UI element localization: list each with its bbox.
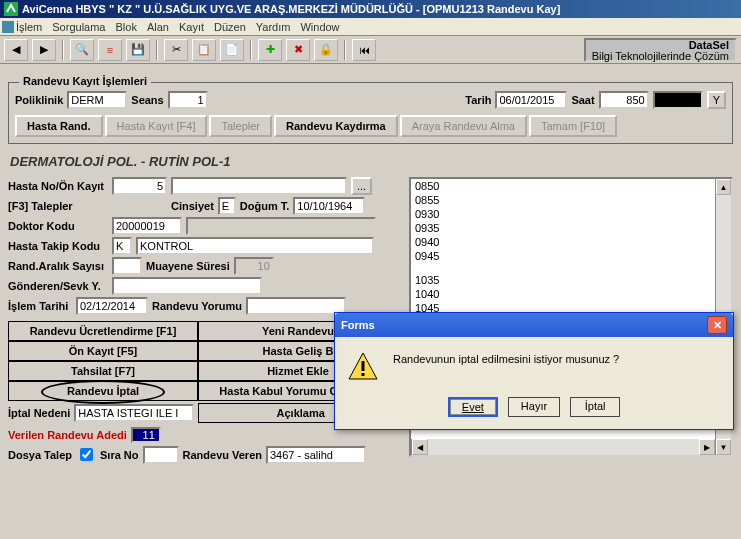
scroll-up-icon[interactable]: ▲ (716, 179, 731, 195)
sevk-label: Gönderen/Sevk Y. (8, 280, 108, 292)
dialog-title: Forms (341, 319, 375, 331)
dogum-input[interactable] (293, 197, 365, 215)
tb-save[interactable]: 💾 (126, 39, 150, 61)
close-icon[interactable]: ✕ (707, 316, 727, 334)
tb-copy[interactable]: 📋 (192, 39, 216, 61)
ryorum-input[interactable] (246, 297, 346, 315)
menu-kayit[interactable]: Kayıt (179, 21, 204, 33)
saat-label: Saat (571, 94, 594, 106)
menu-sorgulama[interactable]: Sorgulama (52, 21, 105, 33)
menu-duzen[interactable]: Düzen (214, 21, 246, 33)
btn-on-kayit[interactable]: Ön Kayıt [F5] (8, 341, 198, 361)
dialog-cancel-button[interactable]: İptal (570, 397, 620, 417)
tarih-label: Tarih (465, 94, 491, 106)
rveren-input[interactable] (266, 446, 366, 464)
poliklinik-input[interactable] (67, 91, 127, 109)
tab-tamam[interactable]: Tamam [F10] (529, 115, 617, 137)
takip-input1[interactable] (112, 237, 132, 255)
tb-cut[interactable]: ✂ (164, 39, 188, 61)
tb-back[interactable]: ◀ (4, 39, 28, 61)
iptal-nedeni-label: İptal Nedeni (8, 407, 70, 419)
tab-araya-randevu[interactable]: Araya Randevu Alma (400, 115, 527, 137)
dosya-talep-checkbox[interactable] (80, 448, 93, 461)
time-item[interactable]: 0935 (411, 221, 731, 235)
scroll-down-icon[interactable]: ▼ (716, 439, 731, 455)
saat-input[interactable] (599, 91, 649, 109)
tab-randevu-kaydirma[interactable]: Randevu Kaydırma (274, 115, 398, 137)
window-titlebar: AviCenna HBYS " KZ " U.Ü.SAĞLIK UYG.VE A… (0, 0, 741, 18)
tb-list[interactable]: ≡ (98, 39, 122, 61)
time-item[interactable]: 1035 (411, 273, 731, 287)
btn-randevu-iptal[interactable]: Randevu İptal (8, 381, 198, 401)
seans-input[interactable] (168, 91, 208, 109)
time-item[interactable]: 0850 (411, 179, 731, 193)
tb-new[interactable]: ✚ (258, 39, 282, 61)
hastano-input1[interactable] (112, 177, 167, 195)
menu-window[interactable]: Window (300, 21, 339, 33)
takip-input2[interactable] (136, 237, 374, 255)
poliklinik-title: DERMATOLOJİ POL. - RUTİN POL-1 (10, 154, 733, 169)
btn-ucretlendirme[interactable]: Randevu Ücretlendirme [F1] (8, 321, 198, 341)
scroll-left-icon[interactable]: ◀ (412, 439, 428, 455)
tb-paste[interactable]: 📄 (220, 39, 244, 61)
islem-label: İşlem Tarihi (8, 300, 72, 312)
time-item[interactable]: 0930 (411, 207, 731, 221)
cinsiyet-input[interactable] (218, 197, 236, 215)
menubar: İşlem Sorgulama Blok Alan Kayıt Düzen Ya… (0, 18, 741, 36)
warning-icon (347, 351, 379, 383)
dosya-talep-label: Dosya Talep (8, 449, 72, 461)
doktor-label: Doktor Kodu (8, 220, 108, 232)
doktor-input[interactable] (112, 217, 182, 235)
muayene-label: Muayene Süresi (146, 260, 230, 272)
btn-tahsilat[interactable]: Tahsilat [F7] (8, 361, 198, 381)
sevk-input[interactable] (112, 277, 262, 295)
sira-no-input[interactable] (143, 446, 179, 464)
sira-no-label: Sıra No (100, 449, 139, 461)
tab-hasta-rand[interactable]: Hasta Rand. (15, 115, 103, 137)
menu-yardim[interactable]: Yardım (256, 21, 291, 33)
dialog-titlebar[interactable]: Forms ✕ (335, 313, 733, 337)
tb-forward[interactable]: ▶ (32, 39, 56, 61)
iptal-nedeni-input[interactable] (74, 404, 194, 422)
scroll-right-icon[interactable]: ▶ (699, 439, 715, 455)
menu-blok[interactable]: Blok (115, 21, 136, 33)
aralik-label: Rand.Aralık Sayısı (8, 260, 108, 272)
hastano-input2[interactable] (171, 177, 347, 195)
tab-hasta-kayit[interactable]: Hasta Kayıt [F4] (105, 115, 208, 137)
dogum-label: Doğum T. (240, 200, 290, 212)
time-item[interactable]: 0855 (411, 193, 731, 207)
tb-first[interactable]: ⏮ (352, 39, 376, 61)
menu-alan[interactable]: Alan (147, 21, 169, 33)
islem-input[interactable] (76, 297, 148, 315)
tb-lock[interactable]: 🔒 (314, 39, 338, 61)
datasel-line2: Bilgi Teknolojilerinde Çözüm (592, 51, 729, 62)
hscroll-track[interactable] (428, 439, 699, 455)
takip-label: Hasta Takip Kodu (8, 240, 108, 252)
svg-rect-3 (362, 361, 365, 371)
aralik-input[interactable] (112, 257, 142, 275)
confirm-dialog: Forms ✕ Randevunun iptal edilmesini isti… (334, 312, 734, 430)
toolbar: ◀ ▶ 🔍 ≡ 💾 ✂ 📋 📄 ✚ ✖ 🔒 ⏮ DataSel Bilgi Te… (0, 36, 741, 64)
time-item[interactable]: 1040 (411, 287, 731, 301)
tb-search[interactable]: 🔍 (70, 39, 94, 61)
y-button[interactable]: Y (707, 91, 726, 109)
time-item[interactable]: 0940 (411, 235, 731, 249)
ryorum-label: Randevu Yorumu (152, 300, 242, 312)
group-legend: Randevu Kayıt İşlemleri (19, 75, 151, 87)
tb-delete[interactable]: ✖ (286, 39, 310, 61)
time-item[interactable]: 0945 (411, 249, 731, 263)
dialog-text: Randevunun iptal edilmesini istiyor musu… (393, 351, 721, 383)
tab-talepler[interactable]: Talepler (209, 115, 272, 137)
dialog-no-button[interactable]: Hayır (508, 397, 560, 417)
poliklinik-label: Poliklinik (15, 94, 63, 106)
tarih-input[interactable] (495, 91, 567, 109)
ellipsis-button[interactable]: ... (351, 177, 372, 195)
hscrollbar[interactable]: ◀ ▶ (411, 439, 715, 455)
menu-icon (2, 21, 14, 33)
svg-rect-4 (362, 373, 365, 376)
menu-islem[interactable]: İşlem (16, 21, 42, 33)
window-title: AviCenna HBYS " KZ " U.Ü.SAĞLIK UYG.VE A… (22, 3, 560, 15)
tabs: Hasta Rand. Hasta Kayıt [F4] Talepler Ra… (15, 115, 726, 137)
muayene-input (234, 257, 274, 275)
dialog-yes-button[interactable]: Evet (448, 397, 498, 417)
